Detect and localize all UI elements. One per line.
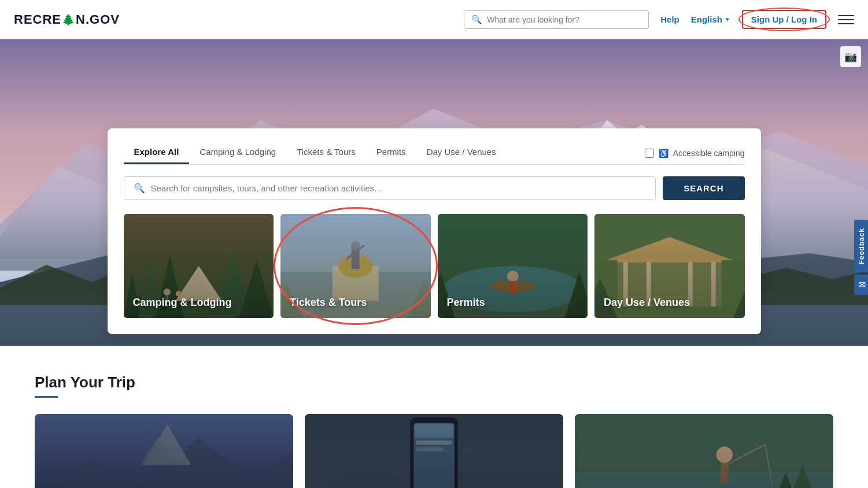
logo-text: RECRE <box>14 12 61 27</box>
hero-section: 📷 Explore All Camping & Lodging Tickets … <box>0 39 868 346</box>
plan-trip-title: Plan Your Trip <box>35 374 833 391</box>
plan-card-2[interactable]: Checkout the <box>305 414 563 488</box>
email-icon: ✉ <box>858 279 866 290</box>
camera-button[interactable]: 📷 <box>840 46 861 67</box>
feedback-email-button[interactable]: ✉ <box>854 275 868 295</box>
card-day-use-label: Day Use / Venues <box>604 297 690 309</box>
category-cards: Camping & Lodging <box>124 214 745 318</box>
card-camping-label: Camping & Lodging <box>133 297 232 309</box>
header-search-input[interactable] <box>487 15 641 24</box>
accessible-camping-filter[interactable]: ♿ Accessible camping <box>645 149 745 158</box>
search-icon: 🔍 <box>471 14 482 25</box>
logo-tree-icon: 🌲 <box>62 13 75 26</box>
accessible-camping-checkbox[interactable] <box>645 149 654 158</box>
plan-cards: Checkout the <box>35 414 833 488</box>
plan-card-3[interactable]: Hunting, Fishing and <box>575 414 833 488</box>
search-icon-main: 🔍 <box>134 183 145 194</box>
chevron-down-icon: ▼ <box>725 16 730 23</box>
plan-card-overlay <box>575 414 833 488</box>
card-tickets-label: Tickets & Tours <box>290 297 367 309</box>
tab-camping-lodging[interactable]: Camping & Lodging <box>189 142 286 164</box>
feedback-button[interactable]: Feedback <box>854 220 868 272</box>
section-underline <box>35 396 58 398</box>
tab-tickets-tours[interactable]: Tickets & Tours <box>286 142 366 164</box>
header: RECRE 🌲 N.gov 🔍 Help English ▼ Sign Up /… <box>0 0 868 39</box>
card-permits-label: Permits <box>447 297 485 309</box>
search-panel: Explore All Camping & Lodging Tickets & … <box>108 128 761 334</box>
help-link[interactable]: Help <box>660 14 679 24</box>
card-permits[interactable]: Permits <box>438 214 588 318</box>
category-tabs: Explore All Camping & Lodging Tickets & … <box>124 142 745 165</box>
accessible-icon: ♿ <box>659 149 668 158</box>
tab-day-use-venues[interactable]: Day Use / Venues <box>416 142 507 164</box>
logo-text2: N.gov <box>76 12 120 27</box>
card-tickets-tours[interactable]: Tickets & Tours <box>280 214 431 318</box>
card-tickets-wrapper: Tickets & Tours <box>280 214 431 318</box>
search-button[interactable]: SEARCH <box>663 176 744 200</box>
camera-icon: 📷 <box>844 50 857 63</box>
language-selector[interactable]: English ▼ <box>691 14 730 24</box>
sign-up-button[interactable]: Sign Up / Log In <box>742 10 826 29</box>
card-camping-lodging[interactable]: Camping & Lodging <box>124 214 274 318</box>
plan-card-overlay <box>35 414 293 488</box>
tab-explore-all[interactable]: Explore All <box>124 142 190 164</box>
below-hero-section: Plan Your Trip <box>0 346 868 488</box>
header-nav: 🔍 Help English ▼ Sign Up / Log In <box>464 10 854 29</box>
card-day-use-venues[interactable]: Day Use / Venues <box>594 214 745 318</box>
accessible-camping-label: Accessible camping <box>673 149 745 158</box>
plan-card-overlay <box>305 414 563 488</box>
tab-permits[interactable]: Permits <box>366 142 416 164</box>
feedback-sidebar: Feedback ✉ <box>854 220 868 295</box>
main-search-input-wrapper[interactable]: 🔍 <box>124 176 656 200</box>
language-label: English <box>691 14 722 24</box>
logo[interactable]: RECRE 🌲 N.gov <box>14 12 120 27</box>
search-row: 🔍 SEARCH <box>124 176 745 200</box>
hamburger-line <box>838 23 854 24</box>
main-search-input[interactable] <box>151 183 647 193</box>
hamburger-line <box>838 15 854 16</box>
hamburger-line <box>838 19 854 20</box>
plan-card-1[interactable] <box>35 414 293 488</box>
header-search[interactable]: 🔍 <box>464 10 649 29</box>
hamburger-menu[interactable] <box>838 15 854 24</box>
